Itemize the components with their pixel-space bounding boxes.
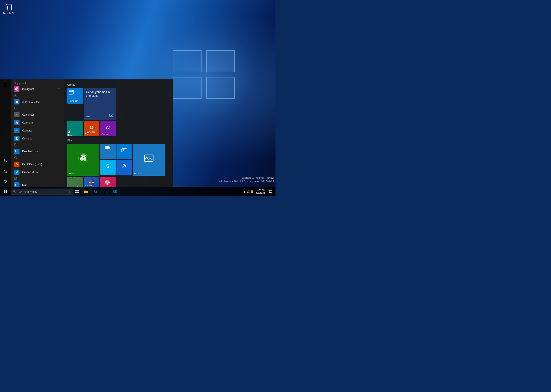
- photos-tile-label: Photos: [133, 172, 165, 176]
- svg-rect-6: [15, 88, 18, 90]
- action-center-button[interactable]: [268, 187, 274, 196]
- cortana-placeholder: Ask me anything: [18, 190, 67, 193]
- taskbar-mail[interactable]: [110, 187, 120, 196]
- app-item-instagram[interactable]: Instagram Free: [11, 85, 64, 93]
- tile-get-office[interactable]: O Get Office (Be...: [84, 121, 99, 136]
- suggested-section-label: Suggested: [11, 81, 64, 85]
- taskbar-store[interactable]: [100, 187, 110, 196]
- taskbar-apps: [81, 187, 241, 196]
- taskbar-edge[interactable]: [91, 187, 100, 196]
- app-item-getoffice[interactable]: O Get Office (Beta): [11, 160, 64, 168]
- hamburger-menu-button[interactable]: [1, 81, 10, 89]
- app-item-groove[interactable]: Groove Music: [11, 168, 64, 176]
- camera-icon: 📷: [14, 128, 20, 133]
- section-m: M: [11, 176, 64, 181]
- tile-video-app[interactable]: [100, 144, 116, 159]
- app-item-calendar[interactable]: 📅 Calendar: [11, 119, 64, 127]
- app-item-cortana[interactable]: Cortana: [11, 135, 64, 143]
- start-menu: Suggested Instagram Free A ⏰ Alar: [0, 79, 173, 187]
- tile-mail[interactable]: Get all your mail in one place Mail: [84, 88, 116, 120]
- tile-camera-app[interactable]: [116, 144, 132, 159]
- mail-tile-envelope-icon: [109, 114, 113, 118]
- svg-rect-37: [104, 191, 107, 193]
- mail-app-icon: [14, 182, 20, 187]
- tile-skype[interactable]: S: [100, 160, 116, 175]
- app-name-alarms: Alarms & Clock: [22, 100, 60, 103]
- tile-xbox[interactable]: Xbox: [67, 144, 99, 176]
- svg-point-5: [5, 171, 6, 172]
- svg-rect-39: [269, 190, 272, 193]
- app-name-feedback: Feedback Hub: [22, 150, 60, 153]
- wifi-icon[interactable]: 📶: [250, 190, 254, 193]
- tile-calendar[interactable]: Calendar: [67, 88, 83, 104]
- power-icon[interactable]: [1, 177, 10, 185]
- sway-tile-label: Sway: [67, 134, 83, 136]
- volume-icon[interactable]: 🔊: [247, 190, 250, 193]
- app-name-getoffice: Get Office (Beta): [22, 163, 60, 166]
- svg-rect-21: [106, 146, 109, 149]
- system-clock[interactable]: 1:24 AM 2/4/2017: [254, 188, 267, 195]
- tile-webcam[interactable]: [116, 160, 132, 175]
- svg-rect-36: [77, 192, 79, 193]
- svg-point-23: [123, 149, 125, 151]
- recycle-bin[interactable]: Recycle Bin: [2, 2, 15, 15]
- start-button[interactable]: [0, 187, 11, 196]
- network-icon[interactable]: ▲: [243, 190, 246, 193]
- svg-rect-11: [15, 150, 18, 152]
- recycle-bin-label: Recycle Bin: [2, 12, 15, 15]
- app-name-cortana: Cortana: [22, 137, 60, 140]
- cortana-icon: [14, 136, 20, 141]
- app-item-calculator[interactable]: = Calculator: [11, 111, 64, 119]
- app-list: Suggested Instagram Free A ⏰ Alar: [11, 79, 64, 187]
- windows-logo-icon: [4, 190, 7, 193]
- svg-rect-34: [77, 190, 79, 191]
- app-item-mail[interactable]: Mail: [11, 181, 64, 187]
- svg-point-8: [17, 88, 18, 89]
- calendar-tile-icon: [69, 89, 82, 96]
- clock-time: 1:24 AM: [256, 188, 265, 192]
- tile-solitaire[interactable]: ♥ ♠ Microsoft Solitaire Collection: [84, 177, 99, 187]
- svg-rect-3: [4, 86, 7, 86]
- tile-sway[interactable]: S Sway: [67, 121, 83, 136]
- svg-rect-17: [110, 114, 113, 117]
- tile-minecraft[interactable]: XBOX LIVE Minecraft Wi...: [67, 177, 83, 187]
- alarms-icon: ⏰: [14, 99, 20, 105]
- recycle-bin-icon: [4, 2, 13, 11]
- app-item-alarms[interactable]: ⏰ Alarms & Clock: [11, 98, 64, 106]
- taskbar-file-explorer[interactable]: [81, 187, 91, 196]
- svg-rect-1: [4, 84, 7, 84]
- mail-tile-text: Get all your mail in one place: [86, 90, 113, 114]
- svg-rect-33: [75, 190, 77, 191]
- app-item-feedback[interactable]: Feedback Hub: [11, 147, 64, 155]
- svg-rect-38: [114, 190, 117, 193]
- tile-candy[interactable]: 🍭 Candy Crush Soda: [100, 177, 116, 187]
- user-icon[interactable]: [1, 156, 10, 165]
- xbox-tile-label: Xbox: [67, 172, 99, 176]
- section-f: F: [11, 143, 64, 147]
- svg-point-20: [83, 157, 86, 161]
- svg-rect-2: [4, 85, 7, 85]
- svg-point-13: [17, 172, 18, 173]
- desktop: Recycle Bin Windows 10 Pro Insider Previ…: [0, 0, 276, 196]
- xbox-live-badge-minecraft: XBOX LIVE: [68, 177, 76, 179]
- system-tray: ▲ 🔊 📶 1:24 AM 2/4/2017: [241, 187, 276, 196]
- tile-photos[interactable]: Photos: [133, 144, 165, 176]
- candy-tile-label: Candy Crush Soda: [100, 186, 116, 187]
- settings-icon[interactable]: [1, 167, 10, 176]
- groove-icon: [14, 169, 20, 175]
- feedback-icon: [14, 149, 20, 154]
- cortana-search-bar[interactable]: 🔍 Ask me anything 🎙: [11, 189, 73, 195]
- clock-date: 2/4/2017: [256, 192, 265, 195]
- tile-onenote[interactable]: N OneNote: [100, 121, 116, 136]
- task-view-button[interactable]: [73, 187, 81, 196]
- minecraft-tile-label: Minecraft Wi...: [67, 185, 83, 187]
- candy-tile-icon: 🍭: [105, 180, 111, 186]
- app-name-calculator: Calculator: [22, 113, 60, 116]
- svg-text:♠: ♠: [92, 181, 94, 184]
- search-icon: 🔍: [13, 190, 16, 193]
- svg-point-10: [16, 138, 17, 139]
- app-item-camera[interactable]: 📷 Camera: [11, 127, 64, 135]
- section-c: C: [11, 106, 64, 111]
- tray-icons: ▲ 🔊 📶: [243, 190, 254, 193]
- sway-icon: S: [67, 129, 83, 134]
